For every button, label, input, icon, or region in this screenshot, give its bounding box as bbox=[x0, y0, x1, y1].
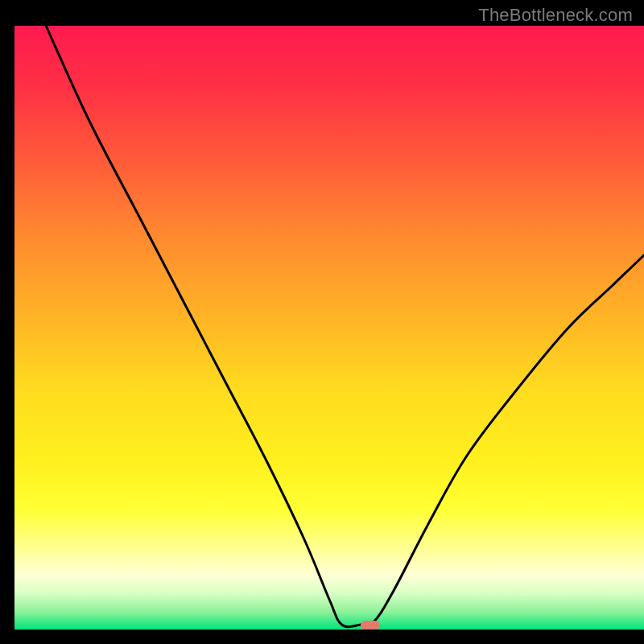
bottleneck-chart bbox=[0, 0, 644, 644]
watermark-text: TheBottleneck.com bbox=[478, 5, 633, 26]
chart-frame: TheBottleneck.com bbox=[0, 0, 644, 644]
plot-background bbox=[14, 26, 644, 630]
optimal-marker bbox=[361, 621, 380, 630]
